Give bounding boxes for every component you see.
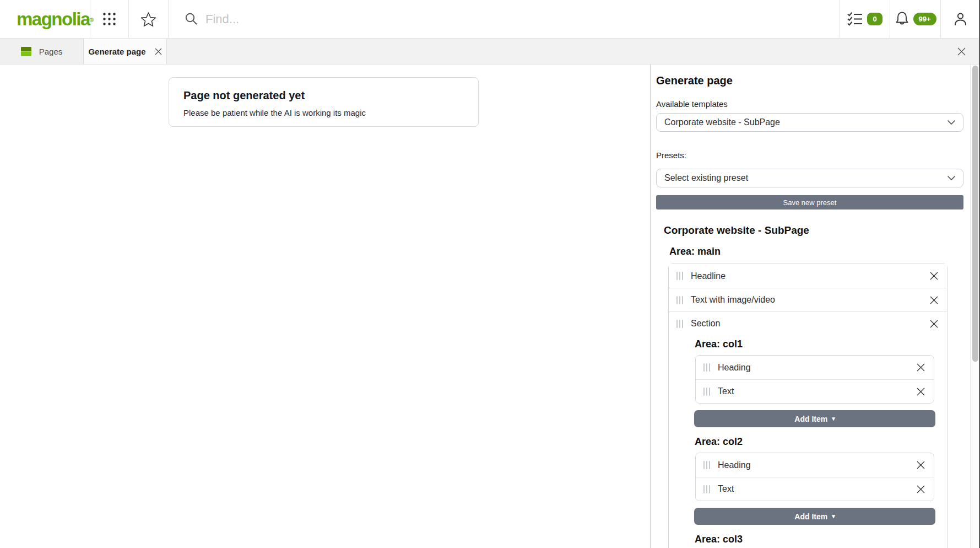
search-icon	[185, 13, 198, 25]
template-select-value: Corporate website - SubPage	[664, 117, 780, 127]
component-label: Headline	[691, 271, 929, 281]
tasks-count-badge: 0	[867, 13, 882, 25]
preset-select-value: Select existing preset	[664, 173, 748, 183]
component-row-text-image-video[interactable]: Text with image/video	[669, 288, 947, 311]
tab-bar: Pages Generate page	[0, 39, 980, 65]
tab-pages-label: Pages	[39, 47, 63, 56]
bell-icon	[895, 11, 909, 27]
drag-handle-icon[interactable]	[703, 461, 710, 469]
presets-label: Presets:	[656, 151, 963, 160]
magnolia-logo[interactable]: magnolia®	[0, 0, 90, 38]
panel-content: Generate page Available templates Corpor…	[651, 65, 970, 548]
templates-label: Available templates	[656, 99, 963, 109]
remove-item-button[interactable]	[916, 460, 926, 470]
preset-select[interactable]: Select existing preset	[656, 169, 963, 187]
drag-handle-icon[interactable]	[676, 296, 683, 304]
user-menu-button[interactable]	[940, 0, 980, 38]
area-col2-label: Area: col2	[695, 436, 947, 448]
top-bar: magnolia®	[0, 0, 980, 39]
page-not-generated-card: Page not generated yet Please be patient…	[169, 77, 479, 127]
remove-item-button[interactable]	[929, 271, 939, 281]
grid-icon	[102, 12, 117, 26]
template-select[interactable]: Corporate website - SubPage	[656, 113, 963, 132]
drag-handle-icon[interactable]	[703, 388, 710, 396]
app-launcher-button[interactable]	[90, 0, 128, 38]
tab-generate-page[interactable]: Generate page	[84, 39, 167, 64]
component-label: Section	[691, 319, 929, 329]
drag-handle-icon[interactable]	[676, 320, 683, 328]
component-label: Heading	[718, 363, 916, 373]
component-row-text[interactable]: Text	[696, 379, 934, 403]
remove-item-button[interactable]	[916, 362, 926, 373]
user-icon	[953, 12, 968, 26]
close-app-button[interactable]	[957, 47, 966, 56]
favorites-button[interactable]	[128, 0, 168, 38]
registered-mark: ®	[90, 17, 94, 23]
add-item-button-col2[interactable]: Add Item ▾	[694, 508, 935, 525]
caret-down-icon: ▾	[832, 513, 835, 519]
content-area: Page not generated yet Please be patient…	[0, 65, 980, 548]
drag-handle-icon[interactable]	[676, 272, 683, 280]
star-icon	[140, 12, 156, 27]
chevron-down-icon	[947, 176, 955, 180]
remove-item-button[interactable]	[916, 484, 926, 495]
notifications-button[interactable]: 99+	[890, 0, 940, 38]
page-preview-area: Page not generated yet Please be patient…	[0, 65, 650, 548]
add-item-label: Add Item	[794, 512, 827, 521]
col2-item-list: Heading Text	[695, 453, 934, 501]
find-input[interactable]	[205, 12, 437, 26]
area-col1-label: Area: col1	[695, 339, 947, 350]
empty-state-title: Page not generated yet	[183, 89, 467, 102]
add-item-label: Add Item	[794, 415, 827, 423]
component-row-heading[interactable]: Heading	[696, 453, 934, 477]
component-label: Text	[718, 386, 916, 396]
tab-pages[interactable]: Pages	[0, 39, 84, 64]
remove-item-button[interactable]	[916, 386, 926, 397]
generate-page-panel: Generate page Available templates Corpor…	[650, 65, 980, 548]
close-tab-icon[interactable]	[155, 48, 162, 55]
component-label: Heading	[718, 460, 916, 470]
area-col3-label: Area: col3	[695, 534, 947, 545]
component-row-heading[interactable]: Heading	[696, 356, 934, 379]
component-row-text[interactable]: Text	[696, 477, 934, 501]
drag-handle-icon[interactable]	[703, 485, 710, 493]
pages-app-icon	[21, 47, 31, 56]
component-row-headline[interactable]: Headline	[669, 264, 947, 288]
logo-text: magnolia	[17, 10, 90, 28]
find-bar	[168, 0, 840, 38]
remove-item-button[interactable]	[929, 295, 939, 305]
structure-heading: Corporate website - SubPage	[664, 224, 963, 237]
main-area-item-list: Headline Text with image/video	[668, 264, 947, 548]
component-label: Text	[718, 484, 916, 494]
drag-handle-icon[interactable]	[703, 363, 710, 372]
empty-state-subtitle: Please be patient while the AI is workin…	[183, 108, 467, 117]
col1-item-list: Heading Text	[695, 355, 934, 404]
tab-generate-label: Generate page	[88, 47, 145, 56]
caret-down-icon: ▾	[832, 416, 835, 422]
remove-item-button[interactable]	[929, 319, 939, 329]
save-new-preset-button[interactable]: Save new preset	[656, 195, 963, 209]
panel-title: Generate page	[656, 74, 963, 87]
scrollbar-thumb[interactable]	[972, 66, 978, 362]
tasks-button[interactable]: 0	[840, 0, 890, 38]
notifications-count-badge: 99+	[913, 13, 936, 25]
component-row-section[interactable]: Section	[669, 311, 947, 335]
area-main-label: Area: main	[669, 246, 963, 257]
task-list-icon	[847, 12, 863, 26]
chevron-down-icon	[947, 120, 955, 125]
add-item-button-col1[interactable]: Add Item ▾	[694, 410, 935, 427]
component-label: Text with image/video	[691, 295, 929, 305]
